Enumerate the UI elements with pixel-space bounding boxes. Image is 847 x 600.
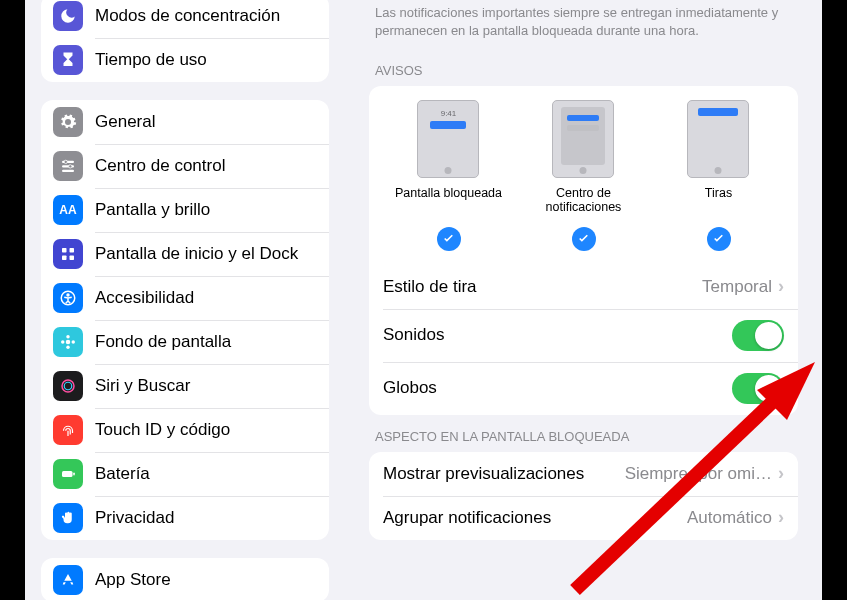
alerts-header: AVISOS: [369, 49, 798, 86]
lockscreen-thumbnail: 9:41: [417, 100, 479, 178]
svg-rect-5: [62, 248, 67, 253]
sidebar-item-privacy[interactable]: Privacidad: [41, 496, 329, 540]
chevron-right-icon: ›: [778, 463, 784, 484]
svg-point-17: [64, 382, 72, 390]
row-show-previews[interactable]: Mostrar previsualizaciones Siempre (por …: [369, 452, 798, 496]
sidebar-item-label: General: [95, 112, 155, 132]
sidebar-group-store: App Store: [41, 558, 329, 600]
toggle-badges[interactable]: [732, 373, 784, 404]
center-thumbnail: [552, 100, 614, 178]
row-grouping[interactable]: Agrupar notificaciones Automático ›: [369, 496, 798, 540]
sidebar-item-control-center[interactable]: Centro de control: [41, 144, 329, 188]
sliders-icon: [53, 151, 83, 181]
check-icon[interactable]: [437, 227, 461, 251]
row-badges: Globos: [369, 362, 798, 415]
svg-rect-19: [73, 473, 75, 476]
sidebar-item-label: Touch ID y código: [95, 420, 230, 440]
appstore-icon: [53, 565, 83, 595]
lockscreen-card: Mostrar previsualizaciones Siempre (por …: [369, 452, 798, 540]
chevron-right-icon: ›: [778, 507, 784, 528]
sidebar-group-focus: Modos de concentración Tiempo de uso: [41, 0, 329, 82]
sidebar-group-general: General Centro de control AA Pantalla y …: [41, 100, 329, 540]
svg-point-15: [72, 340, 75, 343]
check-icon[interactable]: [707, 227, 731, 251]
notifications-detail: Las notificaciones importantes siempre s…: [345, 0, 822, 600]
siri-icon: [53, 371, 83, 401]
svg-rect-8: [70, 256, 75, 261]
moon-icon: [53, 1, 83, 31]
sidebar-item-wallpaper[interactable]: Fondo de pantalla: [41, 320, 329, 364]
sidebar-item-label: Pantalla de inicio y el Dock: [95, 244, 298, 264]
sidebar-item-home-screen[interactable]: Pantalla de inicio y el Dock: [41, 232, 329, 276]
row-title: Mostrar previsualizaciones: [383, 464, 584, 484]
hourglass-icon: [53, 45, 83, 75]
alerts-card: 9:41 Pantalla bloqueada Centro de notifi…: [369, 86, 798, 415]
check-icon[interactable]: [572, 227, 596, 251]
sidebar-item-general[interactable]: General: [41, 100, 329, 144]
lockscreen-appearance-header: ASPECTO EN LA PANTALLA BLOQUEADA: [369, 415, 798, 452]
alert-option-banners[interactable]: Tiras: [652, 100, 786, 215]
row-title: Agrupar notificaciones: [383, 508, 551, 528]
svg-rect-18: [62, 471, 73, 477]
row-title: Sonidos: [383, 325, 444, 345]
gear-icon: [53, 107, 83, 137]
svg-point-4: [69, 165, 72, 168]
sidebar-item-appstore[interactable]: App Store: [41, 558, 329, 600]
row-sounds: Sonidos: [369, 309, 798, 362]
svg-rect-6: [70, 248, 75, 253]
fingerprint-icon: [53, 415, 83, 445]
svg-rect-2: [62, 170, 74, 172]
sidebar-item-label: Centro de control: [95, 156, 225, 176]
hand-icon: [53, 503, 83, 533]
row-value: Siempre (por omi… ›: [625, 463, 784, 484]
sidebar-item-display[interactable]: AA Pantalla y brillo: [41, 188, 329, 232]
row-value: Temporal ›: [702, 276, 784, 297]
sidebar-item-label: Tiempo de uso: [95, 50, 207, 70]
toggle-sounds[interactable]: [732, 320, 784, 351]
settings-sidebar: Modos de concentración Tiempo de uso Gen…: [25, 0, 345, 600]
text-size-icon: AA: [53, 195, 83, 225]
sidebar-item-label: Fondo de pantalla: [95, 332, 231, 352]
svg-point-3: [64, 160, 67, 163]
sidebar-item-label: App Store: [95, 570, 171, 590]
battery-icon: [53, 459, 83, 489]
accessibility-icon: [53, 283, 83, 313]
alert-label: Centro de notificaciones: [517, 186, 651, 215]
svg-point-12: [66, 335, 69, 338]
alert-label: Pantalla bloqueada: [395, 186, 502, 214]
alert-option-center[interactable]: Centro de notificaciones: [517, 100, 651, 215]
sidebar-item-label: Pantalla y brillo: [95, 200, 210, 220]
sidebar-item-accessibility[interactable]: Accesibilidad: [41, 276, 329, 320]
sidebar-item-label: Siri y Buscar: [95, 376, 190, 396]
sidebar-item-label: Modos de concentración: [95, 6, 280, 26]
sidebar-item-battery[interactable]: Batería: [41, 452, 329, 496]
alert-label: Tiras: [705, 186, 732, 214]
sidebar-item-screentime[interactable]: Tiempo de uso: [41, 38, 329, 82]
row-title: Estilo de tira: [383, 277, 477, 297]
sidebar-item-label: Batería: [95, 464, 150, 484]
svg-point-14: [61, 340, 64, 343]
sidebar-item-touchid[interactable]: Touch ID y código: [41, 408, 329, 452]
flower-icon: [53, 327, 83, 357]
row-title: Globos: [383, 378, 437, 398]
chevron-right-icon: ›: [778, 276, 784, 297]
sidebar-item-label: Privacidad: [95, 508, 174, 528]
row-value: Automático ›: [687, 507, 784, 528]
sidebar-item-focus[interactable]: Modos de concentración: [41, 0, 329, 38]
important-note: Las notificaciones importantes siempre s…: [369, 0, 798, 49]
grid-icon: [53, 239, 83, 269]
sidebar-item-label: Accesibilidad: [95, 288, 194, 308]
sidebar-item-siri[interactable]: Siri y Buscar: [41, 364, 329, 408]
svg-rect-7: [62, 256, 67, 261]
alert-option-lockscreen[interactable]: 9:41 Pantalla bloqueada: [382, 100, 516, 215]
svg-point-11: [66, 340, 71, 345]
svg-point-13: [66, 346, 69, 349]
banner-thumbnail: [687, 100, 749, 178]
row-banner-style[interactable]: Estilo de tira Temporal ›: [369, 265, 798, 309]
svg-point-10: [67, 294, 69, 296]
